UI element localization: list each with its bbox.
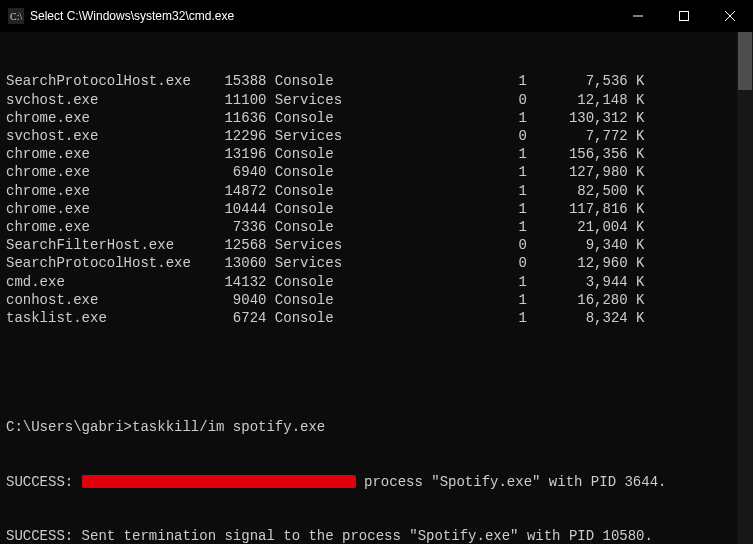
process-name: conhost.exe — [6, 291, 216, 309]
process-pid: 11100 — [216, 91, 266, 109]
scrollbar-thumb[interactable] — [738, 32, 752, 90]
process-unit: K — [628, 273, 645, 291]
process-session: Console — [266, 145, 342, 163]
process-pid: 15388 — [216, 72, 266, 90]
process-unit: K — [628, 182, 645, 200]
process-unit: K — [628, 218, 645, 236]
tasklist-row: svchost.exe11100Services012,148K — [6, 91, 747, 109]
process-name: chrome.exe — [6, 145, 216, 163]
process-pid: 12568 — [216, 236, 266, 254]
process-unit: K — [628, 309, 645, 327]
minimize-button[interactable] — [615, 0, 661, 32]
process-session: Console — [266, 291, 342, 309]
process-pid: 14132 — [216, 273, 266, 291]
process-sessno: 1 — [342, 182, 527, 200]
tasklist-row: SearchProtocolHost.exe13060Services012,9… — [6, 254, 747, 272]
process-mem: 16,280 — [527, 291, 628, 309]
vertical-scrollbar[interactable] — [737, 32, 753, 544]
process-mem: 3,944 — [527, 273, 628, 291]
process-name: SearchFilterHost.exe — [6, 236, 216, 254]
process-sessno: 1 — [342, 218, 527, 236]
process-session: Services — [266, 91, 342, 109]
process-sessno: 1 — [342, 72, 527, 90]
process-mem: 12,960 — [527, 254, 628, 272]
tasklist-row: chrome.exe6940Console1127,980K — [6, 163, 747, 181]
process-pid: 7336 — [216, 218, 266, 236]
process-unit: K — [628, 254, 645, 272]
process-unit: K — [628, 91, 645, 109]
window-controls — [615, 0, 753, 32]
process-sessno: 1 — [342, 273, 527, 291]
process-session: Console — [266, 163, 342, 181]
svg-rect-3 — [680, 12, 689, 21]
process-name: chrome.exe — [6, 182, 216, 200]
process-session: Services — [266, 236, 342, 254]
process-unit: K — [628, 163, 645, 181]
process-session: Console — [266, 182, 342, 200]
command-line-1: C:\Users\gabri>taskkill/im spotify.exe — [6, 418, 747, 436]
process-name: chrome.exe — [6, 163, 216, 181]
process-pid: 13196 — [216, 145, 266, 163]
tasklist-row: svchost.exe12296Services07,772K — [6, 127, 747, 145]
process-session: Services — [266, 127, 342, 145]
process-unit: K — [628, 127, 645, 145]
process-unit: K — [628, 145, 645, 163]
process-name: SearchProtocolHost.exe — [6, 72, 216, 90]
entered-command: taskkill/im spotify.exe — [132, 419, 325, 435]
tasklist-rows: SearchProtocolHost.exe15388Console17,536… — [6, 72, 747, 327]
tasklist-row: SearchFilterHost.exe12568Services09,340K — [6, 236, 747, 254]
process-session: Console — [266, 273, 342, 291]
process-pid: 6724 — [216, 309, 266, 327]
process-session: Console — [266, 200, 342, 218]
process-unit: K — [628, 291, 645, 309]
close-button[interactable] — [707, 0, 753, 32]
process-sessno: 0 — [342, 254, 527, 272]
process-session: Console — [266, 309, 342, 327]
process-name: chrome.exe — [6, 200, 216, 218]
process-session: Console — [266, 218, 342, 236]
process-pid: 10444 — [216, 200, 266, 218]
output-line-2: SUCCESS: Sent termination signal to the … — [6, 527, 747, 544]
process-mem: 130,312 — [527, 109, 628, 127]
tasklist-row: chrome.exe7336Console121,004K — [6, 218, 747, 236]
tasklist-row: chrome.exe14872Console182,500K — [6, 182, 747, 200]
process-mem: 7,772 — [527, 127, 628, 145]
process-sessno: 1 — [342, 145, 527, 163]
tasklist-row: chrome.exe10444Console1117,816K — [6, 200, 747, 218]
terminal-output[interactable]: SearchProtocolHost.exe15388Console17,536… — [0, 32, 753, 544]
process-name: cmd.exe — [6, 273, 216, 291]
process-pid: 12296 — [216, 127, 266, 145]
prompt: C:\Users\gabri> — [6, 419, 132, 435]
svg-text:C:\: C:\ — [10, 11, 22, 22]
maximize-button[interactable] — [661, 0, 707, 32]
process-sessno: 0 — [342, 236, 527, 254]
process-mem: 9,340 — [527, 236, 628, 254]
process-pid: 9040 — [216, 291, 266, 309]
process-sessno: 1 — [342, 163, 527, 181]
process-pid: 13060 — [216, 254, 266, 272]
process-mem: 21,004 — [527, 218, 628, 236]
process-name: chrome.exe — [6, 218, 216, 236]
window-titlebar[interactable]: C:\ Select C:\Windows\system32\cmd.exe — [0, 0, 753, 32]
tasklist-row: tasklist.exe6724Console18,324K — [6, 309, 747, 327]
process-pid: 11636 — [216, 109, 266, 127]
process-sessno: 0 — [342, 127, 527, 145]
process-name: tasklist.exe — [6, 309, 216, 327]
redaction-bar — [82, 475, 356, 488]
process-mem: 156,356 — [527, 145, 628, 163]
process-session: Console — [266, 72, 342, 90]
process-pid: 14872 — [216, 182, 266, 200]
process-sessno: 1 — [342, 291, 527, 309]
process-session: Services — [266, 254, 342, 272]
process-unit: K — [628, 72, 645, 90]
blank-line — [6, 364, 747, 382]
tasklist-row: chrome.exe11636Console1130,312K — [6, 109, 747, 127]
process-sessno: 1 — [342, 109, 527, 127]
process-name: svchost.exe — [6, 127, 216, 145]
process-mem: 127,980 — [527, 163, 628, 181]
tasklist-row: conhost.exe9040Console116,280K — [6, 291, 747, 309]
output-line-1: SUCCESS: process "Spotify.exe" with PID … — [6, 473, 747, 491]
tasklist-row: cmd.exe14132Console13,944K — [6, 273, 747, 291]
tasklist-row: SearchProtocolHost.exe15388Console17,536… — [6, 72, 747, 90]
window-title: Select C:\Windows\system32\cmd.exe — [30, 9, 615, 23]
